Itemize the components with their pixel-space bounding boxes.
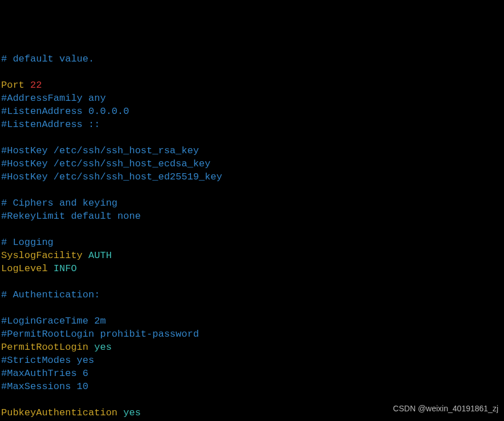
config-key-port: Port (1, 80, 25, 91)
config-key-permitrootlogin: PermitRootLogin (1, 342, 88, 353)
config-value-loglevel: INFO (54, 263, 77, 274)
config-value-syslogfacility: AUTH (88, 250, 112, 261)
config-comment: #MaxAuthTries 6 (1, 368, 88, 379)
config-comment: #AddressFamily any (1, 93, 106, 104)
config-comment: #MaxSessions 10 (1, 381, 88, 392)
config-comment: #LoginGraceTime 2m (1, 316, 106, 326)
config-comment: #StrictModes yes (1, 355, 94, 366)
config-comment: #HostKey /etc/ssh/ssh_host_ecdsa_key (1, 158, 210, 169)
config-value-permitrootlogin: yes (94, 342, 112, 353)
config-comment: #ListenAddress :: (1, 119, 100, 130)
config-value-pubkeyauth: yes (123, 407, 141, 418)
config-comment: # default value. (1, 54, 94, 64)
config-key-syslogfacility: SyslogFacility (1, 250, 83, 261)
config-comment: # Authentication: (1, 289, 100, 300)
config-comment: #RekeyLimit default none (1, 211, 141, 222)
config-comment: #ListenAddress 0.0.0.0 (1, 106, 129, 117)
config-key-pubkeyauth: PubkeyAuthentication (1, 407, 117, 418)
config-key-loglevel: LogLevel (1, 263, 48, 274)
config-comment: #PermitRootLogin prohibit-password (1, 329, 199, 340)
config-value-port: 22 (30, 80, 42, 91)
config-comment: #HostKey /etc/ssh/ssh_host_rsa_key (1, 145, 199, 156)
config-comment: # Ciphers and keying (1, 198, 117, 209)
terminal-viewport[interactable]: # default value. Port 22 #AddressFamily … (0, 52, 504, 421)
config-comment: #HostKey /etc/ssh/ssh_host_ed25519_key (1, 171, 222, 182)
watermark-text: CSDN @weixin_40191861_zj (393, 402, 498, 415)
config-comment: # Logging (1, 237, 54, 248)
